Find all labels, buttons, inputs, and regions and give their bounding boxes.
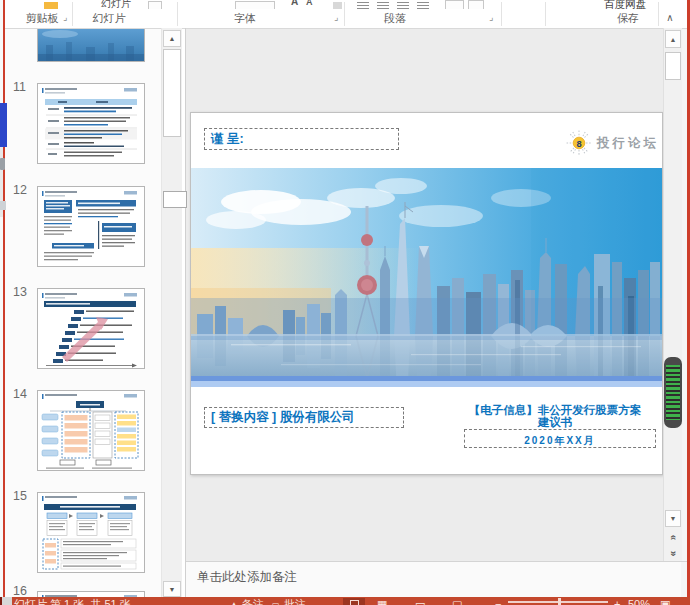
slide-layout-icon[interactable]	[148, 1, 162, 9]
new-slide-button[interactable]: 幻灯片	[101, 0, 131, 9]
scroll-down-icon[interactable]: ▼	[163, 581, 181, 597]
background-window-blue-fragment	[0, 103, 7, 147]
notes-toggle[interactable]: 备注	[242, 597, 264, 605]
forum-logo-text: 投行论坛	[597, 135, 659, 152]
thumbnail-panel-scrollbar[interactable]: ▲ ▼	[161, 28, 182, 597]
zoom-out-icon[interactable]: −	[495, 597, 501, 605]
photo-accent-bar-light	[191, 381, 662, 387]
window-border-left	[3, 0, 5, 605]
slide-11-thumbnail[interactable]	[37, 83, 145, 164]
background-window-icon-fragment	[0, 158, 5, 170]
slide-counter: 幻灯片 第 1 张, 共 51 张	[14, 597, 131, 605]
group-label-paragraph: 段落	[384, 11, 406, 26]
align-center-icon[interactable]	[417, 2, 429, 9]
group-separator	[344, 2, 345, 26]
group-separator	[501, 2, 502, 26]
company-textbox[interactable]: [ 替换内容 ] 股份有限公司	[204, 407, 404, 428]
paragraph-dialog-launcher-icon[interactable]: ⌟	[489, 13, 493, 22]
text-direction-icon[interactable]	[468, 0, 484, 9]
slide-canvas[interactable]: 谨 呈: 8 投行论坛	[190, 112, 663, 475]
floating-white-box	[163, 191, 187, 208]
group-separator	[545, 2, 546, 26]
shanghai-skyline-image	[191, 168, 662, 376]
notes-placeholder: 单击此处添加备注	[197, 569, 297, 586]
skyline-photo[interactable]	[191, 168, 662, 376]
fit-to-window-icon[interactable]: ▣	[660, 597, 670, 605]
slide-number: 15	[13, 489, 27, 503]
comments-icon[interactable]: ▭	[272, 597, 280, 605]
font-name-box[interactable]	[235, 1, 275, 9]
comments-toggle[interactable]: 批注	[284, 597, 306, 605]
salutation-text: 谨 呈:	[205, 129, 398, 149]
baidu-netdisk-button[interactable]: 百度网盘	[604, 0, 646, 9]
salutation-textbox[interactable]: 谨 呈:	[204, 128, 399, 150]
bullets-icon[interactable]	[357, 2, 369, 9]
clipboard-dialog-launcher-icon[interactable]: ⌟	[63, 13, 67, 22]
notes-divider[interactable]	[186, 561, 687, 562]
proposal-title[interactable]: 【电子信息】非公开发行股票方案 建议书	[455, 404, 655, 428]
align-left-icon[interactable]	[397, 2, 409, 9]
group-label-slides: 幻灯片	[93, 11, 126, 26]
group-separator	[658, 2, 659, 26]
group-label-clipboard: 剪贴板	[26, 11, 59, 26]
main-vertical-scrollbar[interactable]: ▲ ▼ « »	[663, 28, 682, 561]
zoom-slider-knob[interactable]	[558, 598, 561, 605]
clear-format-icon[interactable]	[333, 2, 342, 9]
paste-icon[interactable]	[44, 2, 58, 9]
notes-pane[interactable]: 单击此处添加备注	[186, 562, 687, 597]
powerpoint-window: 幻灯片 A A 百度网盘 剪贴板 幻灯片 字体 段落 保存 ⌟ ⌟ ⌟ ∧	[0, 0, 690, 605]
background-fragment	[2, 597, 12, 605]
slide-13-thumbnail[interactable]	[37, 288, 145, 369]
slide-number: 14	[13, 387, 27, 401]
slideshow-view-icon[interactable]: ▢	[452, 597, 462, 605]
group-label-save: 保存	[617, 11, 639, 26]
group-separator	[72, 2, 73, 26]
panel-splitter[interactable]	[185, 28, 186, 597]
slide-15-thumbnail[interactable]	[37, 492, 145, 573]
slide-number: 13	[13, 285, 27, 299]
slide-15-thumbnail-image	[38, 493, 144, 572]
notes-toggle-icon[interactable]: ▲	[230, 597, 238, 605]
slide-editing-area: 谨 呈: 8 投行论坛	[186, 28, 663, 561]
ribbon: 幻灯片 A A 百度网盘 剪贴板 幻灯片 字体 段落 保存 ⌟ ⌟ ⌟ ∧	[5, 0, 687, 29]
slide-10-thumbnail-partial[interactable]	[37, 28, 145, 62]
svg-text:8: 8	[576, 139, 581, 149]
scroll-up-icon[interactable]: ▲	[163, 30, 181, 47]
scroll-down-icon[interactable]: ▼	[665, 510, 681, 527]
status-bar: 幻灯片 第 1 张, 共 51 张 ▲ 备注 ▭ 批注 ▦ ▭ ▢ − + 50…	[0, 597, 690, 605]
thumbnail-scrollbar-thumb[interactable]	[163, 49, 181, 137]
slide-14-thumbnail[interactable]	[37, 390, 145, 471]
previous-slide-icon[interactable]: «	[665, 530, 681, 544]
slide-number: 16	[13, 584, 27, 598]
next-slide-icon[interactable]: »	[665, 546, 681, 560]
background-window-text-fragment	[0, 201, 6, 210]
ribbon-top-row-clipped: 幻灯片 A A 百度网盘	[5, 0, 687, 9]
green-striped-widget	[664, 357, 682, 428]
date-textbox[interactable]: 2020年XX月	[464, 429, 656, 448]
grow-font-icon[interactable]: A	[291, 0, 298, 7]
slide-14-thumbnail-image	[38, 391, 144, 470]
slide-number: 12	[13, 183, 27, 197]
zoom-in-icon[interactable]: +	[614, 597, 620, 605]
slide-10-thumbnail-image	[38, 28, 144, 61]
slide-12-thumbnail[interactable]	[37, 186, 145, 267]
proposal-title-line2: 建议书	[455, 416, 655, 428]
group-separator	[177, 2, 178, 26]
collapse-ribbon-icon[interactable]: ∧	[662, 11, 678, 25]
normal-view-button[interactable]	[343, 598, 365, 605]
reading-view-icon[interactable]: ▭	[415, 597, 425, 605]
columns-icon[interactable]	[445, 0, 464, 9]
forum-logo[interactable]: 8 投行论坛	[565, 125, 659, 161]
group-label-font: 字体	[234, 11, 256, 26]
shrink-font-icon[interactable]: A	[306, 0, 313, 7]
slide-sorter-view-icon[interactable]: ▦	[377, 597, 387, 605]
main-scrollbar-thumb[interactable]	[665, 52, 681, 80]
slide-number: 11	[13, 80, 26, 94]
scroll-up-icon[interactable]: ▲	[665, 30, 681, 48]
slide-11-thumbnail-image	[38, 84, 144, 163]
font-dialog-launcher-icon[interactable]: ⌟	[334, 13, 338, 22]
numbering-icon[interactable]	[377, 2, 389, 9]
proposal-title-line1: 【电子信息】非公开发行股票方案	[455, 404, 655, 416]
zoom-level[interactable]: 50%	[628, 597, 650, 605]
slide-13-thumbnail-image	[38, 289, 144, 368]
